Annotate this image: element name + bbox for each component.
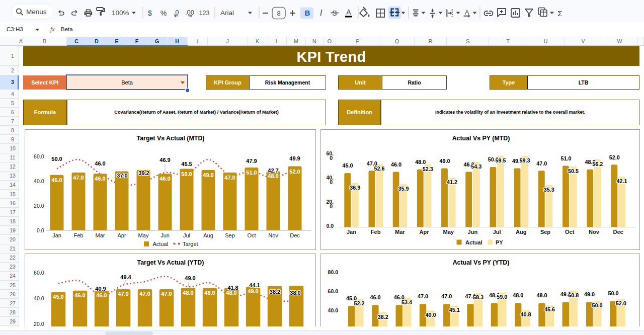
svg-text:May: May — [138, 232, 149, 238]
svg-text:42.1: 42.1 — [616, 178, 627, 184]
svg-text:48.0: 48.0 — [513, 292, 523, 298]
svg-text:0.0: 0.0 — [326, 223, 334, 229]
svg-text:46.0: 46.0 — [96, 292, 107, 298]
svg-text:60.0: 60.0 — [34, 153, 44, 159]
svg-text:Actual: Actual — [153, 241, 169, 247]
svg-text:47.0: 47.0 — [73, 175, 84, 181]
svg-text:38.0: 38.0 — [290, 290, 300, 296]
svg-text:May: May — [443, 229, 454, 235]
svg-text:39.2: 39.2 — [138, 170, 149, 176]
svg-text:40.0: 40.0 — [425, 312, 436, 318]
svg-text:PY: PY — [496, 239, 503, 245]
svg-text:.0: .0 — [174, 9, 179, 16]
svg-text:Aug: Aug — [203, 232, 213, 238]
svg-text:Dec: Dec — [290, 232, 300, 238]
svg-text:Aug: Aug — [516, 229, 526, 235]
svg-text:40.0: 40.0 — [34, 178, 44, 184]
svg-text:47.0: 47.0 — [139, 291, 150, 297]
svg-text:Sep: Sep — [540, 229, 550, 235]
svg-text:123: 123 — [199, 10, 210, 17]
svg-text:42.7: 42.7 — [268, 168, 278, 174]
svg-text:46.0: 46.0 — [95, 160, 105, 166]
svg-text:47.0: 47.0 — [418, 293, 428, 299]
svg-text:Oct: Oct — [565, 229, 575, 235]
svg-text:Feb: Feb — [74, 232, 84, 238]
svg-text:50.0: 50.0 — [608, 290, 618, 296]
svg-text:49.0: 49.0 — [248, 288, 258, 294]
svg-text:46.0: 46.0 — [370, 294, 380, 300]
svg-text:8: 8 — [277, 10, 280, 17]
svg-text:53.4: 53.4 — [401, 299, 412, 305]
svg-text:47.9: 47.9 — [246, 158, 257, 164]
svg-text:35.9: 35.9 — [398, 186, 409, 192]
svg-text:Mar: Mar — [96, 232, 105, 238]
svg-text:38.2: 38.2 — [378, 314, 388, 320]
svg-text:48.0: 48.0 — [204, 290, 215, 296]
svg-text:52.0: 52.0 — [289, 169, 300, 175]
svg-text:48.0: 48.0 — [268, 173, 278, 179]
svg-text:Feb: Feb — [371, 229, 381, 235]
svg-text:50.0: 50.0 — [51, 156, 62, 162]
svg-text:Jun: Jun — [468, 229, 478, 235]
svg-text:Jan: Jan — [52, 232, 61, 238]
svg-text:Actual: Actual — [465, 239, 482, 245]
svg-text:A: A — [346, 8, 351, 16]
svg-text:Nov: Nov — [589, 229, 600, 235]
svg-text:45.0: 45.0 — [51, 177, 62, 183]
svg-text:Jun: Jun — [160, 232, 170, 238]
svg-text:52.0: 52.0 — [609, 154, 620, 160]
svg-text:Oct: Oct — [247, 232, 256, 238]
svg-text:49.0: 49.0 — [439, 158, 450, 164]
svg-text:Jul: Jul — [493, 229, 501, 235]
svg-text:36.9: 36.9 — [350, 185, 360, 191]
svg-text:46.0: 46.0 — [159, 176, 170, 182]
svg-text:37.0: 37.0 — [117, 173, 127, 179]
svg-text:49.0: 49.0 — [203, 172, 213, 178]
svg-text:40.8: 40.8 — [521, 311, 531, 317]
svg-text:60.0: 60.0 — [34, 270, 44, 276]
svg-text:49.0: 49.0 — [584, 291, 595, 297]
svg-text:60.0: 60.0 — [328, 288, 339, 294]
svg-text:47.0: 47.0 — [161, 291, 172, 297]
svg-text:80.0: 80.0 — [328, 269, 339, 275]
svg-text:47.0: 47.0 — [441, 293, 452, 299]
svg-text:59.3: 59.3 — [520, 157, 530, 163]
svg-text:Jul: Jul — [183, 232, 190, 238]
svg-text:Target Vs Actual (MTD): Target Vs Actual (MTD) — [137, 135, 205, 142]
svg-text:Actual Vs PY (MTD): Actual Vs PY (MTD) — [452, 135, 510, 142]
svg-text:Actual Vs PY (YTD): Actual Vs PY (YTD) — [453, 259, 510, 266]
svg-text:100%: 100% — [112, 9, 129, 17]
svg-text:20.0: 20.0 — [34, 203, 44, 209]
svg-text:47.0: 47.0 — [224, 175, 235, 181]
svg-text:52.2: 52.2 — [354, 300, 364, 306]
svg-text:52.3: 52.3 — [423, 166, 433, 172]
svg-text:49.9: 49.9 — [289, 155, 300, 161]
svg-text:40.0: 40.0 — [34, 295, 44, 301]
svg-text:48.0: 48.0 — [226, 290, 236, 296]
svg-text:Sep: Sep — [225, 232, 235, 238]
svg-text:49.4: 49.4 — [120, 274, 131, 280]
svg-text:58.3: 58.3 — [473, 294, 484, 300]
svg-text:41.8: 41.8 — [227, 285, 238, 291]
svg-text:56.2: 56.2 — [592, 161, 603, 167]
svg-text:59.5: 59.5 — [495, 157, 506, 163]
svg-text:45.0: 45.0 — [53, 294, 63, 300]
svg-text:46.0: 46.0 — [95, 176, 105, 182]
svg-text:52.6: 52.6 — [374, 165, 384, 172]
svg-text:50.5: 50.5 — [568, 168, 579, 174]
svg-text:Apr: Apr — [420, 229, 430, 235]
svg-text:Mar: Mar — [395, 229, 405, 235]
svg-text:45.0: 45.0 — [343, 162, 353, 169]
svg-text:60.8: 60.8 — [568, 292, 579, 298]
svg-text:Menus: Menus — [26, 8, 47, 16]
svg-text:46.0: 46.0 — [391, 161, 401, 168]
svg-text:0: 0 — [330, 203, 333, 209]
svg-text:Apr: Apr — [117, 232, 126, 238]
svg-text:Jan: Jan — [347, 229, 356, 235]
svg-text:51.0: 51.0 — [560, 155, 571, 161]
svg-text:I: I — [320, 8, 323, 18]
svg-text:Target Vs Actual (YTD): Target Vs Actual (YTD) — [137, 259, 204, 266]
svg-text:49.0: 49.0 — [185, 275, 195, 281]
svg-text:44.1: 44.1 — [249, 282, 260, 288]
svg-text:52.0: 52.0 — [616, 300, 626, 306]
